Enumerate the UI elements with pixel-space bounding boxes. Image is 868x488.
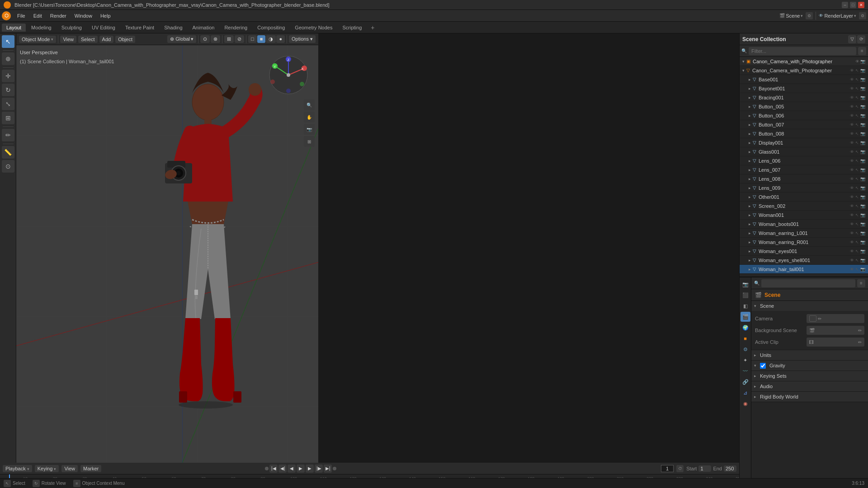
transform-tool-button[interactable]: ⊞ bbox=[2, 112, 14, 124]
item-eye-icon[interactable]: 👁 bbox=[850, 258, 854, 263]
outliner-collection-item[interactable]: ▾ ▣ Canon_Camera_with_Photographer 👁 📷 bbox=[740, 57, 868, 66]
item-select-icon[interactable]: ↖ bbox=[855, 104, 859, 109]
outliner-list-item[interactable]: ▸ ▽ Button_008 👁 ↖ 📷 bbox=[740, 129, 868, 138]
item-eye-icon[interactable]: 👁 bbox=[850, 177, 854, 181]
item-render-icon[interactable]: 📷 bbox=[860, 86, 865, 91]
output-props-btn[interactable]: ⬛ bbox=[741, 290, 750, 300]
item-render-icon[interactable]: 📷 bbox=[860, 186, 865, 190]
outliner-list-item[interactable]: ▸ ▽ Woman_earring_L001 👁 ↖ 📷 bbox=[740, 229, 868, 238]
item-eye-icon[interactable]: 👁 bbox=[850, 222, 854, 226]
prev-frame-btn[interactable]: ◀ bbox=[288, 465, 296, 473]
item-render-icon[interactable]: 📷 bbox=[860, 113, 865, 118]
keying-sets-header[interactable]: ▸ Keying Sets bbox=[751, 371, 868, 381]
outliner-list-item[interactable]: ▸ ▽ Screen_002 👁 ↖ 📷 bbox=[740, 202, 868, 211]
menu-window[interactable]: Window bbox=[71, 12, 96, 19]
material-props-btn[interactable]: ◉ bbox=[741, 399, 750, 408]
physics-props-btn[interactable]: 〰 bbox=[741, 366, 750, 376]
options-btn[interactable]: Options ▾ bbox=[289, 35, 316, 43]
menu-edit[interactable]: Edit bbox=[30, 12, 46, 19]
item-select-icon[interactable]: ↖ bbox=[855, 267, 859, 272]
outliner-list-item[interactable]: ▸ ▽ Woman_boots001 👁 ↖ 📷 bbox=[740, 220, 868, 229]
next-frame-btn[interactable]: ▶ bbox=[306, 465, 314, 473]
background-scene-value[interactable]: 🎬 ✏ bbox=[807, 326, 864, 335]
item-select-icon[interactable]: ↖ bbox=[855, 177, 859, 181]
properties-search-input[interactable] bbox=[761, 279, 855, 287]
item-eye-icon[interactable]: 👁 bbox=[850, 131, 854, 136]
units-section-header[interactable]: ▸ Units bbox=[751, 350, 868, 360]
item-eye-icon[interactable]: 👁 bbox=[850, 249, 854, 253]
tab-texture-paint[interactable]: Texture Paint bbox=[121, 23, 159, 32]
modifier-props-btn[interactable]: ⚙ bbox=[741, 344, 750, 354]
outliner-list-item[interactable]: ▸ ▽ Other001 👁 ↖ 📷 bbox=[740, 192, 868, 202]
tab-sculpting[interactable]: Sculpting bbox=[57, 23, 86, 32]
item-render-icon[interactable]: 📷 bbox=[860, 159, 865, 163]
select-menu[interactable]: Select bbox=[78, 36, 98, 43]
camera-value[interactable]: ✏ bbox=[807, 314, 864, 323]
solid-shading[interactable]: ■ bbox=[257, 35, 266, 43]
proportional-btn[interactable]: ⊗ bbox=[211, 35, 220, 43]
item-select-icon[interactable]: ↖ bbox=[855, 195, 859, 199]
item-render-icon[interactable]: 📷 bbox=[860, 267, 865, 272]
add-tool-button[interactable]: ⊙ bbox=[2, 160, 14, 173]
jump-end-btn[interactable]: ▶| bbox=[324, 465, 332, 473]
tab-modeling[interactable]: Modeling bbox=[27, 23, 56, 32]
outliner-list-item[interactable]: ▸ ▽ Lens_006 👁 ↖ 📷 bbox=[740, 156, 868, 165]
rendered-shading[interactable]: ● bbox=[276, 35, 285, 43]
view-menu[interactable]: View bbox=[60, 36, 76, 43]
item-eye-icon[interactable]: 👁 bbox=[850, 267, 854, 272]
item-select-icon[interactable]: ↖ bbox=[855, 141, 859, 145]
item-eye-icon[interactable]: 👁 bbox=[850, 231, 854, 235]
add-menu[interactable]: Add bbox=[99, 36, 114, 43]
item-render-icon[interactable]: 📷 bbox=[860, 104, 865, 109]
properties-filter-btn[interactable]: ≡ bbox=[857, 279, 865, 287]
active-clip-value[interactable]: 🎞 ✏ bbox=[807, 338, 864, 347]
item-render-icon[interactable]: 📷 bbox=[860, 95, 865, 100]
camera-btn[interactable]: 📷 bbox=[304, 124, 315, 135]
item-select-icon[interactable]: ↖ bbox=[855, 122, 859, 127]
tab-compositing[interactable]: Compositing bbox=[253, 23, 289, 32]
item-eye-icon[interactable]: 👁 bbox=[850, 186, 854, 190]
start-frame-input[interactable]: 1 bbox=[698, 465, 711, 472]
item-eye-icon[interactable]: 👁 bbox=[850, 113, 854, 118]
measure-tool-button[interactable]: 📏 bbox=[2, 146, 14, 159]
outliner-list-item[interactable]: ▸ ▽ Lens_007 👁 ↖ 📷 bbox=[740, 165, 868, 174]
item-eye-icon[interactable]: 👁 bbox=[850, 150, 854, 154]
filter-options-btn[interactable]: ≡ bbox=[858, 47, 866, 55]
gizmo-toggle[interactable]: ⊞ bbox=[224, 35, 234, 43]
maximize-button[interactable]: □ bbox=[850, 2, 856, 8]
grid-btn[interactable]: ⊞ bbox=[304, 136, 315, 147]
item-render-icon[interactable]: 📷 bbox=[860, 122, 865, 127]
scale-tool-button[interactable]: ⤡ bbox=[2, 98, 14, 110]
item-select-icon[interactable]: ↖ bbox=[855, 258, 859, 263]
render-layer-selector[interactable]: 👁 RenderLayer ▾ bbox=[819, 13, 856, 19]
item-eye-icon[interactable]: 👁 bbox=[850, 77, 854, 82]
item-eye-icon[interactable]: 👁 bbox=[850, 95, 854, 100]
item-select-icon[interactable]: ↖ bbox=[855, 213, 859, 217]
tab-uv-editing[interactable]: UV Editing bbox=[87, 23, 120, 32]
item-eye-icon[interactable]: 👁 bbox=[850, 86, 854, 91]
item-render-icon[interactable]: 📷 bbox=[860, 249, 865, 253]
snap-btn[interactable]: ⊙ bbox=[200, 35, 210, 43]
item-render-icon[interactable]: 📷 bbox=[860, 77, 865, 82]
audio-section-header[interactable]: ▸ Audio bbox=[751, 381, 868, 391]
camera-edit-btn[interactable]: ✏ bbox=[818, 316, 821, 321]
outliner-sync-btn[interactable]: ⟳ bbox=[857, 35, 865, 43]
fps-display[interactable]: ⏱ bbox=[676, 465, 684, 472]
viewport-3d[interactable]: User Perspective (1) Scene Collection | … bbox=[16, 45, 318, 463]
outliner-list-item[interactable]: ▸ ▽ Button_007 👁 ↖ 📷 bbox=[740, 120, 868, 129]
tab-geometry-nodes[interactable]: Geometry Nodes bbox=[290, 23, 337, 32]
material-shading[interactable]: ◑ bbox=[266, 35, 276, 43]
outliner-list-item[interactable]: ▸ ▽ Bracing001 👁 ↖ 📷 bbox=[740, 93, 868, 102]
select-tool-button[interactable]: ↖ bbox=[2, 35, 14, 48]
outliner-list-item[interactable]: ▸ ▽ Woman_eyes001 👁 ↖ 📷 bbox=[740, 247, 868, 256]
gravity-checkbox[interactable] bbox=[760, 363, 766, 369]
annotate-tool-button[interactable]: ✏ bbox=[2, 129, 14, 141]
outliner-search-input[interactable] bbox=[749, 47, 856, 55]
end-frame-input[interactable]: 250 bbox=[724, 465, 736, 472]
outliner-list-item[interactable]: ▸ ▽ Bayonet001 👁 ↖ 📷 bbox=[740, 84, 868, 93]
playback-dropdown[interactable]: Playback ▾ bbox=[3, 465, 32, 472]
item-render-icon[interactable]: 📷 bbox=[860, 195, 865, 199]
item-eye-icon[interactable]: 👁 bbox=[850, 141, 854, 145]
item-render-icon[interactable]: 📷 bbox=[860, 222, 865, 226]
item-eye-icon[interactable]: 👁 bbox=[850, 122, 854, 127]
